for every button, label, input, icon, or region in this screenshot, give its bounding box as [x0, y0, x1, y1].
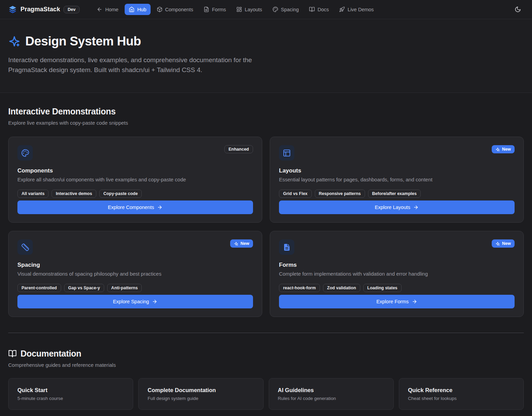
explore-forms-button[interactable]: Explore Forms	[279, 295, 515, 308]
card-description: Explore all shadcn/ui components with li…	[17, 177, 253, 182]
doc-card-ai-guidelines[interactable]: AI Guidelines Rules for AI code generati…	[269, 378, 394, 410]
demo-card-forms: New Forms Complete form implementations …	[270, 231, 524, 317]
card-title: Spacing	[17, 262, 253, 268]
nav-item-docs[interactable]: Docs	[305, 4, 333, 15]
card-title: Layouts	[279, 167, 515, 174]
demo-card-components: Enhanced Components Explore all shadcn/u…	[8, 137, 262, 223]
explore-layouts-button[interactable]: Explore Layouts	[279, 200, 515, 214]
doc-card-title: AI Guidelines	[278, 387, 384, 393]
nav-label-live-demos: Live Demos	[348, 7, 374, 12]
sparkles-icon	[495, 241, 500, 246]
nav-item-home[interactable]: Home	[93, 4, 123, 15]
demo-card-layouts: New Layouts Essential layout patterns fo…	[270, 137, 524, 223]
rocket-icon	[339, 6, 345, 12]
docs-section-header: Documentation	[8, 349, 524, 359]
page-subtitle: Interactive demonstrations, live example…	[8, 55, 263, 75]
card-description: Essential layout patterns for pages, das…	[279, 177, 515, 182]
doc-card-title: Quick Start	[17, 387, 124, 393]
doc-card-description: Rules for AI code generation	[278, 396, 384, 401]
tag: Responsive patterns	[315, 190, 365, 198]
sparkles-icon	[8, 35, 20, 47]
demo-card-spacing: New Spacing Visual demonstrations of spa…	[8, 231, 262, 317]
new-badge: New	[492, 145, 515, 153]
explore-components-button[interactable]: Explore Components	[17, 200, 253, 214]
badge-label: New	[502, 147, 511, 152]
tag: Copy-paste code	[99, 190, 142, 198]
file-text-icon	[204, 6, 209, 12]
nav-item-components[interactable]: Components	[153, 4, 197, 15]
tag: Zod validation	[323, 284, 360, 292]
theme-toggle-button[interactable]	[512, 3, 524, 16]
nav-label-spacing: Spacing	[281, 7, 299, 12]
nav-item-spacing[interactable]: Spacing	[268, 4, 303, 15]
demos-section-title: Interactive Demonstrations	[8, 107, 524, 116]
arrow-right-icon	[413, 205, 419, 210]
brand[interactable]: PragmaStack Dev	[8, 5, 80, 14]
nav-item-layouts[interactable]: Layouts	[232, 4, 266, 15]
badge-label: New	[240, 241, 249, 246]
docs-card-grid: Quick Start 5-minute crash course Comple…	[8, 378, 524, 410]
tag: react-hook-form	[279, 284, 320, 292]
doc-card-title: Quick Reference	[408, 387, 515, 393]
sparkles-icon	[495, 147, 500, 152]
button-label: Explore Forms	[376, 299, 408, 304]
arrow-right-icon	[412, 299, 417, 304]
page-title: Design System Hub	[25, 34, 141, 48]
main-nav: Home Hub Components Forms Layouts	[93, 4, 378, 15]
moon-icon	[515, 6, 521, 13]
doc-card-quick-start[interactable]: Quick Start 5-minute crash course	[8, 378, 133, 410]
card-title: Forms	[279, 262, 515, 268]
box-icon	[157, 6, 163, 12]
tag: Grid vs Flex	[279, 190, 312, 198]
tag: Loading states	[363, 284, 402, 292]
file-text-icon	[279, 239, 294, 255]
doc-card-description: Cheat sheet for lookups	[408, 396, 515, 401]
enhanced-badge: Enhanced	[224, 145, 253, 153]
arrow-left-icon	[97, 6, 102, 12]
demo-card-grid: Enhanced Components Explore all shadcn/u…	[8, 137, 524, 317]
tag: Anti-patterns	[107, 284, 142, 292]
arrow-right-icon	[152, 299, 157, 304]
tag: All variants	[17, 190, 48, 198]
palette-icon	[272, 6, 278, 12]
nav-item-hub[interactable]: Hub	[125, 4, 151, 15]
card-description: Complete form implementations with valid…	[279, 271, 515, 277]
new-badge: New	[492, 239, 515, 248]
doc-card-description: Full design system guide	[148, 396, 254, 401]
palette-icon	[17, 145, 33, 161]
tag: Gap vs Space-y	[64, 284, 104, 292]
docs-section-subtitle: Comprehensive guides and reference mater…	[8, 362, 524, 368]
nav-item-forms[interactable]: Forms	[199, 4, 230, 15]
demos-section-subtitle: Explore live examples with copy-paste co…	[8, 120, 524, 126]
tag: Parent-controlled	[17, 284, 61, 292]
nav-item-live-demos[interactable]: Live Demos	[335, 4, 378, 15]
button-label: Explore Layouts	[375, 205, 410, 210]
nav-label-forms: Forms	[212, 7, 226, 12]
layout-grid-icon	[236, 6, 242, 12]
doc-card-title: Complete Documentation	[148, 387, 254, 393]
tag: Interactive demos	[52, 190, 96, 198]
book-open-icon	[8, 349, 17, 358]
nav-label-home: Home	[105, 7, 118, 12]
nav-label-hub: Hub	[137, 7, 146, 12]
sparkles-icon	[234, 241, 238, 246]
home-icon	[129, 6, 135, 12]
dev-badge: Dev	[64, 6, 80, 13]
doc-card-description: 5-minute crash course	[17, 396, 124, 401]
top-nav: PragmaStack Dev Home Hub Components Fo	[0, 0, 532, 19]
section-divider	[8, 333, 524, 333]
brand-name: PragmaStack	[20, 6, 60, 13]
docs-section-title: Documentation	[20, 349, 81, 359]
tag: Before/after examples	[368, 190, 421, 198]
ruler-icon	[17, 239, 33, 255]
arrow-right-icon	[157, 205, 163, 210]
badge-label: New	[502, 241, 511, 246]
card-title: Components	[17, 167, 253, 174]
nav-label-components: Components	[165, 7, 193, 12]
explore-spacing-button[interactable]: Explore Spacing	[17, 295, 253, 308]
doc-card-quick-reference[interactable]: Quick Reference Cheat sheet for lookups	[399, 378, 524, 410]
doc-card-complete-documentation[interactable]: Complete Documentation Full design syste…	[138, 378, 263, 410]
hero-section: Design System Hub Interactive demonstrat…	[0, 19, 532, 93]
book-open-icon	[309, 6, 315, 12]
main-content: Interactive Demonstrations Explore live …	[0, 93, 532, 416]
